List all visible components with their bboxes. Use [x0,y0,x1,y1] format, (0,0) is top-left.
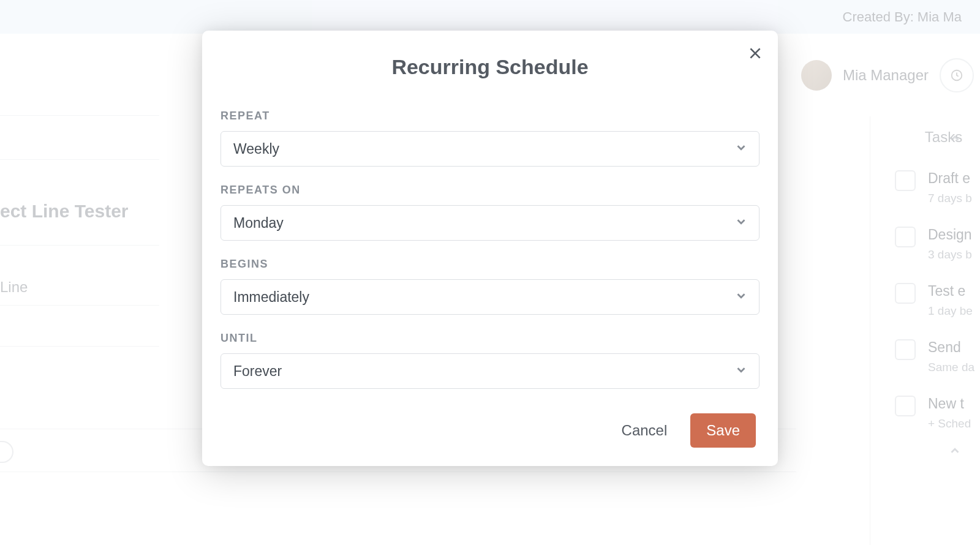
modal-title: Recurring Schedule [221,55,760,79]
recurring-schedule-modal: Recurring Schedule REPEAT Weekly REPEATS… [202,31,778,466]
field-begins: BEGINS Immediately [221,258,760,315]
modal-footer: Cancel Save [221,413,760,448]
field-repeats-on: REPEATS ON Monday [221,184,760,241]
begins-select[interactable]: Immediately [221,279,760,315]
field-label-repeat: REPEAT [221,110,760,122]
chevron-down-icon [734,289,748,305]
modal-overlay: Recurring Schedule REPEAT Weekly REPEATS… [0,0,980,545]
chevron-down-icon [734,215,748,231]
repeats-on-value: Monday [233,215,284,231]
close-icon [747,45,763,61]
until-value: Forever [233,363,282,380]
repeat-select[interactable]: Weekly [221,131,760,167]
field-until: UNTIL Forever [221,332,760,389]
field-label-until: UNTIL [221,332,760,345]
chevron-down-icon [734,363,748,379]
begins-value: Immediately [233,289,309,306]
repeats-on-select[interactable]: Monday [221,205,760,241]
field-repeat: REPEAT Weekly [221,110,760,167]
until-select[interactable]: Forever [221,353,760,389]
chevron-down-icon [734,141,748,157]
repeat-value: Weekly [233,141,279,157]
field-label-repeats-on: REPEATS ON [221,184,760,197]
field-label-begins: BEGINS [221,258,760,271]
close-button[interactable] [747,45,763,61]
cancel-button[interactable]: Cancel [617,413,673,448]
save-button[interactable]: Save [690,413,756,448]
